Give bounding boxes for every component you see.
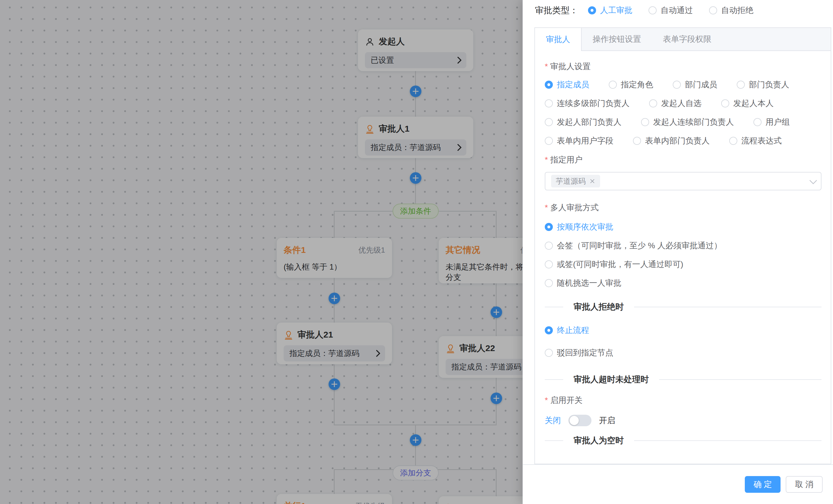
assign-user-select[interactable]: 芋道源码 bbox=[545, 172, 822, 191]
radio-auto-pass[interactable]: 自动通过 bbox=[648, 5, 693, 16]
tab-approver[interactable]: 审批人 bbox=[535, 28, 582, 51]
drawer-footer: 确 定 取 消 bbox=[523, 464, 833, 504]
tab-form-field-permission[interactable]: 表单字段权限 bbox=[652, 28, 722, 50]
radio-form-dept-leader[interactable]: 表单内部门负责人 bbox=[633, 135, 710, 146]
radio-starter-self[interactable]: 发起人本人 bbox=[721, 98, 774, 109]
switch-off-label: 关闭 bbox=[545, 415, 561, 426]
radio-multi-level-dept-leader[interactable]: 连续多级部门负责人 bbox=[545, 98, 629, 109]
approve-type-label: 审批类型： bbox=[535, 5, 578, 17]
radio-return-to-node[interactable]: 驳回到指定节点 bbox=[545, 347, 822, 359]
radio-manual-approve[interactable]: 人工审批 bbox=[588, 5, 633, 16]
approver-tab-pane[interactable]: * 审批人设置 指定成员 指定角色 部门成员 部门负责人 bbox=[535, 51, 831, 448]
switch-knob bbox=[570, 416, 579, 425]
radio-icon bbox=[545, 260, 553, 269]
tabs-header: 审批人 操作按钮设置 表单字段权限 bbox=[535, 28, 831, 51]
timeout-enable-switch[interactable] bbox=[568, 415, 592, 426]
radio-starter-select[interactable]: 发起人自选 bbox=[649, 98, 701, 109]
tab-button-settings[interactable]: 操作按钮设置 bbox=[582, 28, 652, 50]
radio-icon bbox=[737, 81, 745, 89]
radio-assign-member[interactable]: 指定成员 bbox=[545, 79, 589, 90]
radio-user-group[interactable]: 用户组 bbox=[754, 117, 790, 128]
radio-icon bbox=[721, 99, 729, 107]
empty-approver-divider: 审批人为空时 bbox=[545, 435, 822, 446]
radio-starter-multi-dept-leader[interactable]: 发起人连续部门负责人 bbox=[641, 117, 734, 128]
radio-dept-leader[interactable]: 部门负责人 bbox=[737, 79, 789, 90]
radio-icon bbox=[545, 279, 553, 287]
radio-icon bbox=[588, 6, 596, 15]
radio-countersign[interactable]: 会签（可同时审批，至少 % 人必须审批通过） bbox=[545, 240, 822, 252]
radio-icon bbox=[545, 349, 553, 357]
radio-sequential-approve[interactable]: 按顺序依次审批 bbox=[545, 221, 822, 233]
switch-on-label: 开启 bbox=[599, 415, 615, 426]
reject-section-divider: 审批人拒绝时 bbox=[545, 301, 822, 313]
approve-type-row: 审批类型： 人工审批 自动通过 自动拒绝 bbox=[535, 3, 754, 18]
radio-icon bbox=[609, 81, 617, 89]
radio-auto-reject[interactable]: 自动拒绝 bbox=[709, 5, 754, 16]
approver-settings-drawer: 审批类型： 人工审批 自动通过 自动拒绝 审批人 操作按钮设置 bbox=[523, 0, 833, 504]
confirm-button[interactable]: 确 定 bbox=[745, 476, 781, 493]
radio-terminate-process[interactable]: 终止流程 bbox=[545, 324, 822, 336]
radio-icon bbox=[545, 137, 553, 145]
remove-tag-icon[interactable] bbox=[589, 178, 595, 184]
radio-icon bbox=[545, 118, 553, 126]
workflow-designer: 发起人 已设置 审批人1 指定成员：芋道源码 添 bbox=[0, 0, 833, 504]
chevron-down-icon bbox=[809, 177, 817, 184]
radio-dept-member[interactable]: 部门成员 bbox=[673, 79, 717, 90]
approver-setting-label: * 审批人设置 bbox=[545, 61, 822, 72]
radio-icon bbox=[754, 118, 762, 126]
radio-assign-role[interactable]: 指定角色 bbox=[609, 79, 653, 90]
radio-icon bbox=[673, 81, 681, 89]
timeout-section-divider: 审批人超时未处理时 bbox=[545, 374, 822, 385]
enable-switch-label: * 启用开关 bbox=[545, 395, 822, 406]
radio-icon bbox=[545, 242, 553, 250]
settings-tabs: 审批人 操作按钮设置 表单字段权限 * 审批人设置 指定成员 指定角色 bbox=[534, 27, 831, 464]
radio-form-user-field[interactable]: 表单内用户字段 bbox=[545, 135, 613, 146]
radio-starter-dept-leader[interactable]: 发起人部门负责人 bbox=[545, 117, 621, 128]
radio-icon bbox=[545, 99, 553, 107]
cancel-button[interactable]: 取 消 bbox=[786, 476, 823, 493]
radio-orsign[interactable]: 或签(可同时审批，有一人通过即可) bbox=[545, 258, 822, 271]
radio-icon bbox=[545, 326, 553, 334]
radio-icon bbox=[649, 99, 657, 107]
radio-icon bbox=[633, 137, 641, 145]
radio-icon bbox=[545, 223, 553, 231]
radio-random-one[interactable]: 随机挑选一人审批 bbox=[545, 277, 822, 289]
radio-icon bbox=[641, 118, 649, 126]
assign-user-label: * 指定用户 bbox=[545, 154, 822, 166]
radio-icon bbox=[729, 137, 737, 145]
radio-process-expression[interactable]: 流程表达式 bbox=[729, 135, 782, 146]
timeout-switch-row: 关闭 开启 bbox=[545, 413, 822, 427]
multi-approve-label: * 多人审批方式 bbox=[545, 202, 822, 213]
radio-icon bbox=[648, 6, 657, 15]
radio-icon bbox=[709, 6, 717, 15]
radio-icon bbox=[545, 81, 553, 89]
selected-user-tag: 芋道源码 bbox=[551, 175, 600, 187]
